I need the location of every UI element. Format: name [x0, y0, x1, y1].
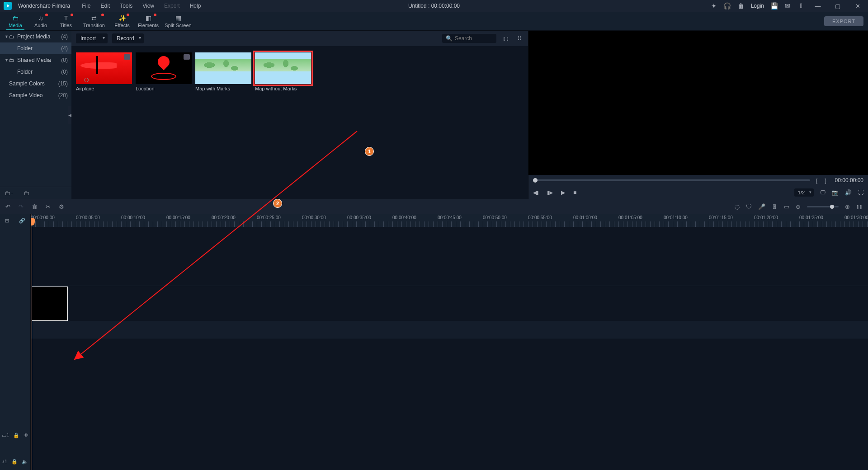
tab-media[interactable]: 🗀Media	[3, 12, 28, 30]
play-button[interactable]: ▶	[561, 189, 565, 196]
split-icon[interactable]: ✂	[46, 203, 51, 210]
tab-split-screen[interactable]: ▦Split Screen	[162, 12, 194, 30]
menu-file[interactable]: File	[80, 2, 92, 10]
empty-track-area[interactable]	[31, 227, 868, 286]
scrub-head[interactable]	[533, 178, 538, 183]
collapse-handle[interactable]: ◀	[68, 106, 71, 124]
ruler-tick[interactable]: 00:01:15:00	[709, 214, 754, 227]
media-thumbnail[interactable]	[136, 52, 192, 84]
menu-edit[interactable]: Edit	[99, 2, 112, 10]
save-icon[interactable]: 💾	[770, 2, 778, 9]
undo-icon[interactable]: ↶	[5, 203, 10, 210]
preview-viewport[interactable]	[528, 31, 868, 175]
lock-icon[interactable]: 🔒	[11, 459, 18, 465]
tab-elements[interactable]: ◧Elements	[135, 12, 162, 30]
ruler-tick[interactable]: 00:00:20:00	[212, 214, 257, 227]
minimize-button[interactable]: —	[811, 0, 825, 12]
ruler-tick[interactable]: 00:00:25:00	[257, 214, 302, 227]
step-back-button[interactable]: ◂▮	[533, 189, 539, 196]
media-item[interactable]: Map with Marks	[195, 52, 251, 91]
stop-button[interactable]: ■	[573, 189, 576, 196]
ruler-tick[interactable]: 00:00:35:00	[347, 214, 392, 227]
delete-icon[interactable]: 🗑	[32, 203, 38, 210]
fullscreen-icon[interactable]: ⛶	[858, 189, 863, 196]
tips-icon[interactable]: ✦	[710, 2, 717, 9]
sidebar-item[interactable]: Sample Video(20)	[0, 89, 71, 101]
snapshot-icon[interactable]: 📷	[832, 189, 839, 196]
video-track-1[interactable]	[31, 286, 868, 321]
zoom-knob[interactable]	[830, 205, 834, 209]
tab-transition[interactable]: ⇄Transition	[79, 12, 109, 30]
ruler-tick[interactable]: 00:01:00:00	[573, 214, 618, 227]
tab-audio[interactable]: ♫Audio	[28, 12, 53, 30]
render-icon[interactable]: ◌	[735, 203, 740, 210]
maximize-button[interactable]: ▢	[831, 0, 844, 12]
playhead[interactable]	[32, 214, 32, 470]
media-item[interactable]: Airplane	[76, 52, 132, 91]
zoom-in-icon[interactable]: ⊕	[845, 203, 850, 210]
ruler-tick[interactable]: 00:00:15:00	[166, 214, 212, 227]
ruler-tick[interactable]: 00:00:55:00	[528, 214, 573, 227]
marker-icon[interactable]: 🛡	[746, 203, 752, 210]
media-search[interactable]: 🔍	[442, 34, 496, 43]
menu-help[interactable]: Help	[188, 2, 203, 10]
ruler-tick[interactable]: 00:00:50:00	[483, 214, 528, 227]
support-icon[interactable]: 🎧	[724, 2, 731, 9]
ruler-tick[interactable]: 00:01:30:00	[844, 214, 868, 227]
media-thumbnail[interactable]	[195, 52, 251, 84]
mail-icon[interactable]: ✉	[784, 2, 791, 9]
login-button[interactable]: Login	[751, 3, 764, 9]
ruler-tick[interactable]: 00:00:30:00	[302, 214, 347, 227]
lock-icon[interactable]: 🔒	[13, 432, 19, 438]
zoom-slider[interactable]	[807, 206, 839, 207]
tracks-area[interactable]: 00:00:00:0000:00:05:0000:00:10:0000:00:1…	[31, 214, 868, 470]
search-input[interactable]	[455, 35, 491, 42]
mark-in-icon[interactable]: {	[814, 177, 819, 184]
tab-titles[interactable]: TTitles	[53, 12, 79, 30]
ruler-tick[interactable]: 00:00:45:00	[438, 214, 483, 227]
ruler-tick[interactable]: 00:01:05:00	[618, 214, 664, 227]
edit-tools-icon[interactable]: ⚙	[59, 203, 64, 210]
mark-out-icon[interactable]: }	[823, 177, 828, 184]
tab-effects[interactable]: ✨Effects	[109, 12, 135, 30]
filter-icon[interactable]: ⫾⫾	[501, 35, 511, 42]
eye-icon[interactable]: 👁	[24, 432, 28, 438]
audio-track-1[interactable]	[31, 321, 868, 338]
link-icon[interactable]: 🔗	[19, 218, 25, 224]
media-thumbnail[interactable]	[255, 52, 311, 84]
sidebar-item[interactable]: ▼🗀Shared Media(0)	[0, 54, 71, 66]
grid-view-icon[interactable]: ⠿	[515, 35, 524, 42]
ruler-tick[interactable]: 00:01:20:00	[754, 214, 799, 227]
audio-mixer-icon[interactable]: 🎚	[772, 203, 778, 210]
import-dropdown[interactable]: Import	[76, 33, 108, 43]
sidebar-item[interactable]: ▼🗀Project Media(4)	[0, 31, 71, 42]
media-item[interactable]: Map without Marks	[255, 52, 311, 91]
ruler-tick[interactable]: 00:00:05:00	[76, 214, 121, 227]
media-thumbnail[interactable]	[76, 52, 132, 84]
record-dropdown[interactable]: Record	[112, 33, 144, 43]
time-ruler[interactable]: 00:00:00:0000:00:05:0000:00:10:0000:00:1…	[31, 214, 868, 227]
open-folder-icon[interactable]: 🗀	[24, 190, 29, 197]
voiceover-icon[interactable]: 🎤	[758, 203, 765, 210]
playback-quality-dropdown[interactable]: 1/2	[794, 188, 814, 197]
mute-icon[interactable]: 🔈	[22, 459, 28, 465]
gift-icon[interactable]: 🗑	[737, 2, 745, 9]
ruler-tick[interactable]: 00:01:25:00	[799, 214, 844, 227]
volume-icon[interactable]: 🔊	[845, 189, 852, 196]
display-icon[interactable]: 🖵	[820, 189, 826, 196]
zoom-fit-icon[interactable]: ⫿⫿	[856, 203, 863, 210]
new-folder-icon[interactable]: 🗀₊	[5, 190, 14, 197]
scrub-track[interactable]	[533, 179, 810, 181]
sidebar-item[interactable]: Folder(0)	[0, 66, 71, 78]
sidebar-item[interactable]: Sample Colors(15)	[0, 78, 71, 89]
ruler-tick[interactable]: 00:00:40:00	[392, 214, 438, 227]
add-track-icon[interactable]: ⊞	[5, 218, 9, 224]
keyframe-icon[interactable]: ▭	[784, 203, 789, 210]
ruler-tick[interactable]: 00:00:10:00	[121, 214, 166, 227]
download-icon[interactable]: ⇩	[797, 2, 805, 9]
ruler-tick[interactable]: 00:00:00:00	[31, 214, 76, 227]
close-button[interactable]: ✕	[851, 0, 864, 12]
sidebar-item[interactable]: Folder(4)	[0, 42, 71, 54]
clip-placeholder[interactable]	[32, 287, 68, 321]
media-item[interactable]: Location	[136, 52, 192, 91]
